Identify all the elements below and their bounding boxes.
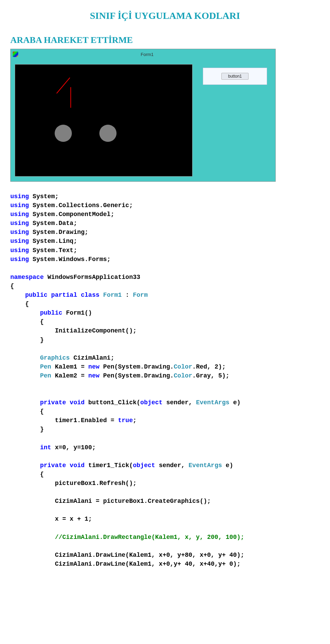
code-block: using System; using System.Collections.G… <box>10 192 320 568</box>
page-title: SINIF İÇİ UYGULAMA KODLARI <box>10 10 320 21</box>
form-titlebar: Form1 <box>11 49 275 59</box>
picturebox <box>15 64 192 177</box>
form-title: Form1 <box>21 52 273 57</box>
wheel-icon <box>99 125 117 142</box>
form-footer <box>11 179 275 181</box>
form-window: Form1 button1 <box>10 49 276 182</box>
wheel-icon <box>55 125 72 142</box>
form-body: button1 <box>11 59 275 179</box>
car-line-icon <box>56 77 70 93</box>
button1[interactable]: button1 <box>221 73 248 80</box>
button-container: button1 <box>203 68 267 85</box>
car-line-icon <box>70 87 71 108</box>
section-title: ARABA HAREKET ETTİRME <box>10 35 320 45</box>
app-icon <box>13 52 18 57</box>
